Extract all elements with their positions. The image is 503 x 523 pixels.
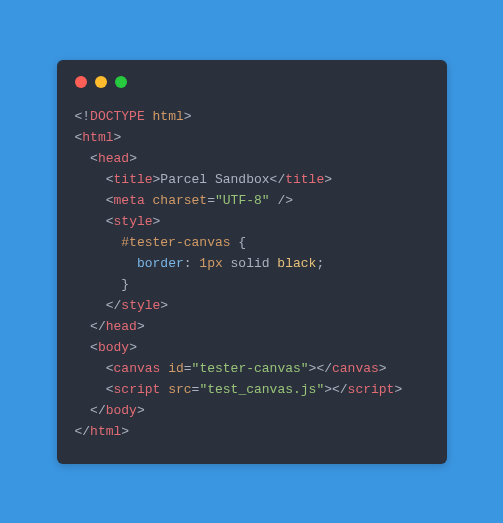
minimize-icon[interactable] bbox=[95, 76, 107, 88]
close-icon[interactable] bbox=[75, 76, 87, 88]
doctype: <! bbox=[75, 109, 91, 124]
window-titlebar bbox=[75, 76, 429, 88]
css-selector: #tester-canvas bbox=[121, 235, 230, 250]
title-text: Parcel Sandbox bbox=[160, 172, 269, 187]
zoom-icon[interactable] bbox=[115, 76, 127, 88]
code-window: <!DOCTYPE html> <html> <head> <title>Par… bbox=[57, 60, 447, 464]
code-block: <!DOCTYPE html> <html> <head> <title>Par… bbox=[75, 106, 429, 442]
